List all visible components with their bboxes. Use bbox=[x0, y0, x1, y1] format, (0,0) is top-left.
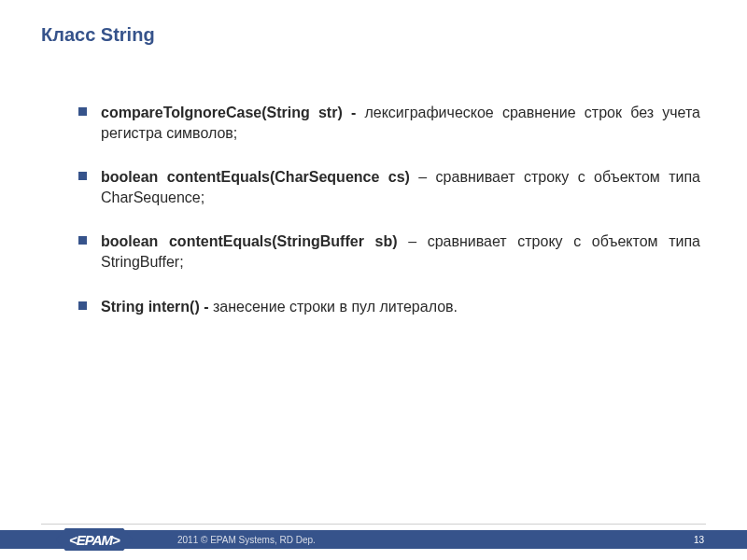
bullet-icon bbox=[78, 172, 87, 180]
content-area: compareToIgnoreCase(String str) - лексиг… bbox=[101, 103, 700, 341]
page-number: 13 bbox=[694, 535, 704, 545]
list-item: boolean contentEquals(CharSequence cs) –… bbox=[101, 167, 700, 207]
copyright-text: 2011 © EPAM Systems, RD Dep. bbox=[177, 535, 316, 545]
method-signature: compareToIgnoreCase(String str) - bbox=[101, 105, 364, 120]
method-signature: String intern() - bbox=[101, 299, 213, 315]
method-signature: boolean contentEquals(StringBuffer sb) bbox=[101, 233, 398, 249]
slide-title: Класс String bbox=[41, 24, 155, 46]
method-description: занесение строки в пул литералов. bbox=[213, 299, 458, 315]
logo: <EPAM> bbox=[56, 528, 133, 551]
logo-text: <EPAM> bbox=[65, 528, 123, 551]
logo-shape-icon bbox=[123, 528, 133, 551]
list-item: compareToIgnoreCase(String str) - лексиг… bbox=[101, 103, 700, 143]
method-signature: boolean contentEquals(CharSequence cs) bbox=[101, 169, 410, 185]
footer: <EPAM> 2011 © EPAM Systems, RD Dep. 13 bbox=[0, 524, 747, 549]
logo-shape-icon bbox=[56, 528, 65, 551]
list-item: String intern() - занесение строки в пул… bbox=[101, 297, 700, 317]
footer-bar: <EPAM> 2011 © EPAM Systems, RD Dep. 13 bbox=[0, 530, 747, 549]
bullet-icon bbox=[78, 236, 87, 245]
bullet-icon bbox=[78, 107, 87, 116]
bullet-icon bbox=[78, 301, 87, 310]
slide: Класс String compareToIgnoreCase(String … bbox=[0, 0, 747, 560]
list-item: boolean contentEquals(StringBuffer sb) –… bbox=[101, 231, 700, 272]
footer-divider bbox=[41, 524, 706, 525]
